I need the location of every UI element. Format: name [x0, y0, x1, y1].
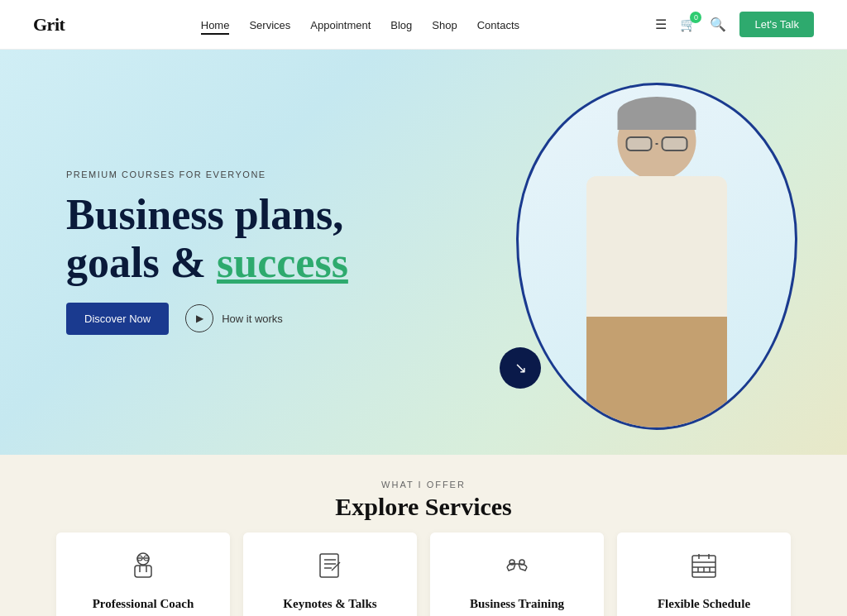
service-card-schedule: Flexible Schedule Sed do euism od tempor [617, 532, 791, 616]
svg-point-16 [510, 560, 514, 565]
nav-home[interactable]: Home [201, 19, 230, 35]
hero-arrow-button[interactable]: ↘ [500, 347, 541, 389]
discover-now-button[interactable]: Discover Now [66, 303, 169, 335]
menu-icon[interactable]: ☰ [655, 17, 667, 32]
logo: Grit [33, 14, 65, 36]
hero-title-line2: goals & [66, 239, 217, 286]
hero-title-accent: success [217, 239, 348, 286]
services-title: Explore Services [50, 493, 797, 521]
navbar: Grit Home Services Appointment Blog Shop… [0, 0, 847, 50]
search-icon[interactable]: 🔍 [710, 17, 726, 32]
nav-appointment[interactable]: Appointment [310, 19, 371, 31]
services-cards: Professional Coach Sed do euism od tempo… [50, 532, 797, 616]
cart-badge: 0 [690, 12, 701, 23]
hero-title: Business plans, goals & success [66, 191, 348, 285]
coach-name: Professional Coach [76, 597, 210, 611]
svg-rect-1 [135, 566, 151, 577]
cart-icon-wrap[interactable]: 🛒 0 [680, 17, 696, 32]
how-it-works-label: How it works [222, 313, 283, 325]
nav-blog[interactable]: Blog [390, 19, 412, 31]
schedule-name: Flexible Schedule [637, 597, 771, 611]
schedule-icon [637, 549, 771, 589]
nav-services[interactable]: Services [249, 19, 290, 31]
svg-line-14 [332, 569, 333, 571]
services-pre-label: WHAT I OFFER [50, 480, 797, 489]
svg-rect-18 [692, 556, 715, 577]
hero-image-area: ↘ [483, 74, 814, 438]
nav-shop[interactable]: Shop [432, 19, 457, 31]
hero-content: PREMIUM COURSES FOR EVERYONE Business pl… [66, 170, 348, 334]
how-it-works[interactable]: ▶ How it works [185, 304, 283, 332]
keynotes-icon [263, 549, 397, 589]
lets-talk-button[interactable]: Let's Talk [739, 12, 814, 37]
hero-section: PREMIUM COURSES FOR EVERYONE Business pl… [0, 50, 847, 455]
hero-pre-title: PREMIUM COURSES FOR EVERYONE [66, 170, 348, 179]
nav-links: Home Services Appointment Blog Shop Cont… [201, 17, 519, 32]
svg-rect-9 [320, 554, 338, 577]
nav-right: ☰ 🛒 0 🔍 Let's Talk [655, 12, 814, 37]
services-section: WHAT I OFFER Explore Services P [0, 455, 847, 616]
coach-icon [76, 549, 210, 589]
svg-point-0 [137, 553, 149, 565]
service-card-training: Business Training Sed do euism od tempor [430, 532, 604, 616]
training-name: Business Training [450, 597, 584, 611]
keynotes-name: Keynotes & Talks [263, 597, 397, 611]
service-card-coach: Professional Coach Sed do euism od tempo… [56, 532, 230, 616]
service-card-keynotes: Keynotes & Talks Sed do euism od tempor [243, 532, 417, 616]
hero-title-line1: Business plans, [66, 191, 343, 238]
training-icon [450, 549, 584, 589]
services-header: WHAT I OFFER Explore Services [50, 480, 797, 521]
svg-line-13 [333, 564, 338, 569]
play-icon: ▶ [185, 304, 213, 332]
nav-contacts[interactable]: Contacts [477, 19, 519, 31]
hero-person-circle [516, 83, 797, 430]
hero-actions: Discover Now ▶ How it works [66, 303, 348, 335]
